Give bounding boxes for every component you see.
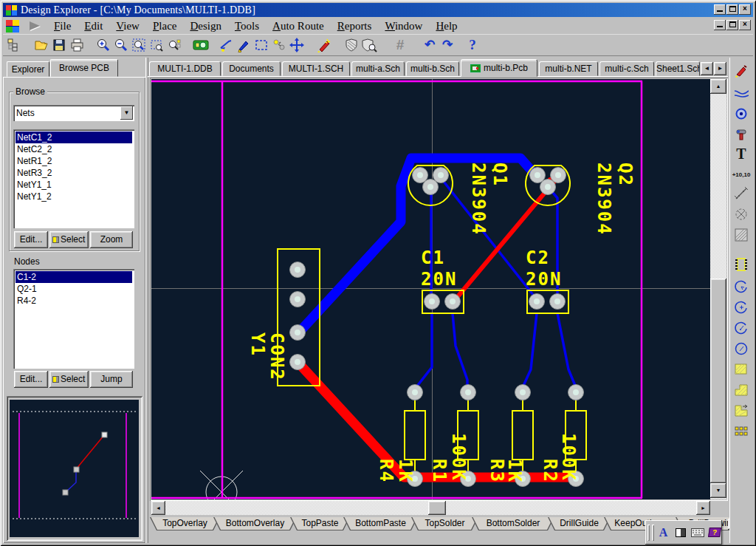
doc-tab[interactable]: multi-c.Sch bbox=[599, 61, 654, 76]
place-arc-center-icon[interactable] bbox=[732, 298, 750, 316]
open-document-icon[interactable] bbox=[32, 36, 50, 54]
layer-tab-bottomoverlay[interactable]: BottomOverlay bbox=[213, 517, 297, 530]
label-R4-value[interactable]: 1K bbox=[395, 459, 416, 483]
h-scroll-left-button[interactable]: ◄ bbox=[151, 501, 165, 515]
mdi-restore-button[interactable] bbox=[726, 20, 738, 30]
text-style-button[interactable]: A bbox=[656, 525, 671, 541]
net-list-item[interactable]: NetR1_2 bbox=[16, 155, 132, 167]
label-R1-value[interactable]: 100K bbox=[448, 433, 469, 482]
net-list-item[interactable]: NetY1_1 bbox=[16, 179, 132, 191]
redo-icon[interactable]: ↷ bbox=[439, 36, 456, 54]
minimize-button[interactable] bbox=[714, 4, 726, 15]
paste-array-icon[interactable] bbox=[732, 423, 750, 440]
place-text-icon[interactable]: T bbox=[732, 145, 750, 163]
zoom-all-icon[interactable] bbox=[130, 36, 148, 54]
doc-tab[interactable]: MULTI-1.SCH bbox=[282, 61, 350, 76]
nodes-select-button[interactable]: Select bbox=[49, 371, 89, 388]
label-R2-ref[interactable]: R2 bbox=[540, 459, 560, 483]
menu-design[interactable]: Design bbox=[183, 19, 228, 33]
place-full-circle-icon[interactable] bbox=[732, 340, 750, 358]
pen-tool-icon[interactable] bbox=[235, 36, 252, 54]
label-R2-value[interactable]: 100K bbox=[558, 433, 579, 482]
mdi-close-button[interactable]: × bbox=[739, 20, 751, 30]
nets-zoom-button[interactable]: Zoom bbox=[90, 231, 133, 248]
node-list-item[interactable]: Q2-1 bbox=[16, 283, 132, 295]
save-icon[interactable] bbox=[50, 36, 68, 54]
label-C2-ref[interactable]: C2 bbox=[526, 248, 550, 268]
doc-tab[interactable]: Sheet1.Sch bbox=[656, 61, 700, 76]
nodes-list[interactable]: C1-2 Q2-1 R4-2 bbox=[13, 269, 134, 369]
zoom-in-icon[interactable] bbox=[94, 36, 112, 54]
layer-tab-topsolder[interactable]: TopSolder bbox=[411, 517, 478, 530]
panel-splitter[interactable] bbox=[145, 58, 148, 543]
net-list-item[interactable]: NetR3_2 bbox=[16, 167, 132, 179]
wizard-wand-icon[interactable] bbox=[315, 36, 332, 54]
pcb-canvas[interactable]: C1 20N C2 20N 2N3904 Q1 2N3904 Q2 Y1 CON… bbox=[151, 79, 710, 499]
v-scroll-up-button[interactable]: ▲ bbox=[710, 79, 726, 94]
menu-view[interactable]: View bbox=[109, 19, 146, 33]
place-coordinate-icon[interactable]: +10,10 bbox=[732, 165, 750, 183]
place-pad-icon[interactable] bbox=[732, 105, 750, 123]
label-R3-value[interactable]: 1K bbox=[504, 459, 525, 483]
move-component-icon[interactable] bbox=[288, 36, 306, 54]
v-scroll-thumb[interactable] bbox=[710, 279, 726, 483]
explorer-toggle-icon[interactable] bbox=[4, 36, 22, 54]
menu-edit[interactable]: Edit bbox=[78, 19, 109, 33]
label-Y1-ref[interactable]: Y1 bbox=[247, 332, 268, 357]
menu-tools[interactable]: Tools bbox=[228, 19, 266, 33]
h-scroll-right-button[interactable]: ► bbox=[696, 501, 710, 515]
doc-tabs-scroll-left[interactable]: ◄ bbox=[701, 62, 713, 75]
label-C1-value[interactable]: 20N bbox=[421, 269, 457, 290]
doc-tab-active[interactable]: multi-b.Pcb bbox=[461, 59, 537, 77]
label-Q2-ref[interactable]: Q2 bbox=[615, 163, 636, 187]
label-R1-ref[interactable]: R1 bbox=[429, 459, 450, 483]
select-area-icon[interactable] bbox=[252, 36, 270, 54]
layer-tab-drillguide[interactable]: DrillGuide bbox=[548, 517, 611, 530]
nodes-jump-button[interactable]: Jump bbox=[90, 371, 133, 388]
mdi-minimize-button[interactable] bbox=[714, 20, 726, 30]
doc-tab[interactable]: Documents bbox=[222, 61, 281, 76]
label-Y1-value[interactable]: CON2 bbox=[267, 332, 287, 381]
menu-window[interactable]: Window bbox=[378, 19, 429, 33]
place-fill-icon[interactable] bbox=[732, 361, 750, 378]
doc-tabs-scroll-right[interactable]: ► bbox=[714, 62, 726, 75]
place-fill-hatched-icon[interactable] bbox=[732, 226, 750, 244]
keyboard-button[interactable] bbox=[690, 525, 705, 541]
label-Q2-value[interactable]: 2N3904 bbox=[594, 163, 614, 236]
label-C1-ref[interactable]: C1 bbox=[421, 248, 445, 268]
tab-browse-pcb[interactable]: Browse PCB bbox=[50, 59, 118, 77]
nodes-edit-button[interactable]: Edit... bbox=[14, 371, 48, 388]
layer-tab-bottomsolder[interactable]: BottomSolder bbox=[472, 517, 554, 530]
help-book-button[interactable]: ? bbox=[707, 525, 722, 541]
layer-tab-topoverlay[interactable]: TopOverlay bbox=[150, 517, 220, 530]
restore-button[interactable] bbox=[726, 4, 738, 15]
cross-probe-icon[interactable] bbox=[192, 36, 210, 54]
zoom-selection-icon[interactable] bbox=[165, 36, 183, 54]
place-polygon-icon[interactable] bbox=[732, 381, 750, 399]
v-scroll-down-button[interactable]: ▼ bbox=[710, 483, 726, 498]
layer-tab-bottompaste[interactable]: BottomPaste bbox=[343, 517, 418, 530]
zoom-out-icon[interactable] bbox=[112, 36, 130, 54]
close-button[interactable]: × bbox=[739, 4, 751, 15]
document-icon[interactable] bbox=[6, 20, 19, 33]
doc-tab[interactable]: multi-b.Sch bbox=[406, 61, 459, 76]
label-Q1-ref[interactable]: Q1 bbox=[489, 163, 510, 187]
place-arc-edge-icon[interactable] bbox=[732, 278, 750, 296]
label-R4-ref[interactable]: R4 bbox=[376, 459, 396, 483]
label-C2-value[interactable]: 20N bbox=[526, 269, 562, 290]
doc-tab[interactable]: MULTI-1.DDB bbox=[149, 61, 221, 76]
grid-toggle-icon[interactable]: # bbox=[391, 36, 409, 54]
wiring-tool-icon[interactable] bbox=[217, 36, 235, 54]
interactive-routing-icon[interactable] bbox=[732, 62, 750, 80]
toolbar-grip[interactable] bbox=[652, 525, 654, 541]
undo-icon[interactable]: ↶ bbox=[421, 36, 439, 54]
net-list-item[interactable]: NetC1_2 bbox=[16, 132, 132, 143]
menu-help[interactable]: Help bbox=[429, 19, 464, 33]
dropdown-arrow-icon[interactable]: ▼ bbox=[120, 106, 133, 120]
tab-explorer[interactable]: Explorer bbox=[7, 61, 49, 77]
menu-auto-route[interactable]: Auto Route bbox=[266, 19, 331, 33]
floating-toolbar[interactable]: A ? bbox=[645, 520, 722, 545]
place-track-icon[interactable] bbox=[732, 84, 750, 102]
place-dimension-icon[interactable] bbox=[732, 185, 750, 202]
help-icon[interactable]: ? bbox=[464, 36, 481, 54]
